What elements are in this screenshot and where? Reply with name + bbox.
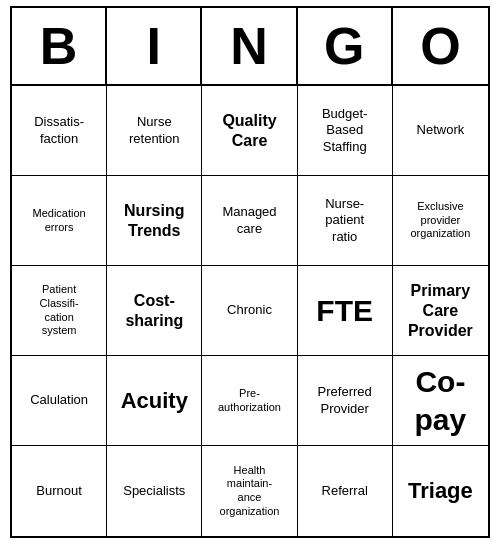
bingo-cell-17: Pre-authorization xyxy=(202,356,297,446)
cell-text-21: Specialists xyxy=(123,483,185,499)
cell-text-24: Triage xyxy=(408,477,473,505)
bingo-header: BINGO xyxy=(12,8,488,86)
cell-text-16: Acuity xyxy=(121,387,188,415)
cell-text-17: Pre-authorization xyxy=(218,387,281,415)
cell-text-8: Nurse-patientratio xyxy=(325,196,364,245)
bingo-cell-24: Triage xyxy=(393,446,488,536)
cell-text-20: Burnout xyxy=(36,483,82,499)
bingo-cell-21: Specialists xyxy=(107,446,202,536)
cell-text-5: Medicationerrors xyxy=(32,207,85,235)
bingo-cell-14: PrimaryCareProvider xyxy=(393,266,488,356)
cell-text-18: PreferredProvider xyxy=(318,384,372,417)
bingo-card: BINGO Dissatis-factionNurseretentionQual… xyxy=(10,6,490,538)
header-letter-g: G xyxy=(298,8,393,84)
header-letter-n: N xyxy=(202,8,297,84)
header-letter-i: I xyxy=(107,8,202,84)
header-letter-b: B xyxy=(12,8,107,84)
cell-text-4: Network xyxy=(417,122,465,138)
cell-text-14: PrimaryCareProvider xyxy=(408,281,473,341)
bingo-cell-2: QualityCare xyxy=(202,86,297,176)
bingo-cell-6: NursingTrends xyxy=(107,176,202,266)
cell-text-10: PatientClassifi-cationsystem xyxy=(40,283,79,338)
cell-text-15: Calulation xyxy=(30,392,88,408)
bingo-cell-23: Referral xyxy=(298,446,393,536)
bingo-cell-15: Calulation xyxy=(12,356,107,446)
bingo-cell-12: Chronic xyxy=(202,266,297,356)
cell-text-22: Healthmaintain-anceorganization xyxy=(220,464,280,519)
bingo-cell-3: Budget-BasedStaffing xyxy=(298,86,393,176)
cell-text-9: Exclusiveproviderorganization xyxy=(410,200,470,241)
bingo-grid: Dissatis-factionNurseretentionQualityCar… xyxy=(12,86,488,536)
bingo-cell-9: Exclusiveproviderorganization xyxy=(393,176,488,266)
bingo-cell-18: PreferredProvider xyxy=(298,356,393,446)
bingo-cell-7: Managedcare xyxy=(202,176,297,266)
bingo-cell-1: Nurseretention xyxy=(107,86,202,176)
cell-text-11: Cost-sharing xyxy=(125,291,183,331)
bingo-cell-8: Nurse-patientratio xyxy=(298,176,393,266)
cell-text-3: Budget-BasedStaffing xyxy=(322,106,368,155)
cell-text-12: Chronic xyxy=(227,302,272,318)
cell-text-19: Co-pay xyxy=(415,363,467,438)
cell-text-13: FTE xyxy=(316,292,373,330)
cell-text-2: QualityCare xyxy=(222,111,276,151)
bingo-cell-10: PatientClassifi-cationsystem xyxy=(12,266,107,356)
bingo-cell-19: Co-pay xyxy=(393,356,488,446)
cell-text-6: NursingTrends xyxy=(124,201,184,241)
cell-text-7: Managedcare xyxy=(222,204,276,237)
bingo-cell-0: Dissatis-faction xyxy=(12,86,107,176)
bingo-cell-11: Cost-sharing xyxy=(107,266,202,356)
cell-text-0: Dissatis-faction xyxy=(34,114,84,147)
bingo-cell-16: Acuity xyxy=(107,356,202,446)
bingo-cell-20: Burnout xyxy=(12,446,107,536)
bingo-cell-4: Network xyxy=(393,86,488,176)
bingo-cell-22: Healthmaintain-anceorganization xyxy=(202,446,297,536)
header-letter-o: O xyxy=(393,8,488,84)
cell-text-23: Referral xyxy=(322,483,368,499)
bingo-cell-5: Medicationerrors xyxy=(12,176,107,266)
cell-text-1: Nurseretention xyxy=(129,114,180,147)
bingo-cell-13: FTE xyxy=(298,266,393,356)
